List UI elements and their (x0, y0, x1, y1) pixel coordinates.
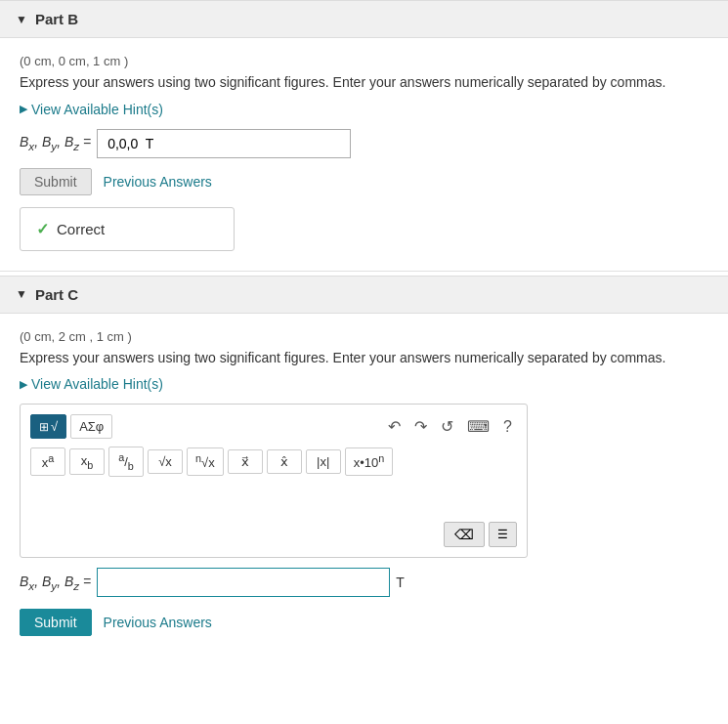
abs-button[interactable]: |x| (306, 449, 341, 474)
part-c-chevron-icon: ▼ (16, 287, 27, 301)
math-input-area[interactable] (32, 487, 515, 516)
part-c-coords: (0 cm, 2 cm , 1 cm ) (20, 329, 708, 344)
math-input-area-wrapper (30, 485, 517, 518)
math-text-button[interactable]: ΑΣφ (70, 414, 112, 439)
part-b-hint-label: View Available Hint(s) (31, 102, 163, 117)
math-mode-label: √ (51, 419, 58, 434)
part-c-instructions: Express your answers using two significa… (20, 350, 708, 365)
math-toolbar: ⊞ √ ΑΣφ ↶ ↷ ↺ ⌨ ? (30, 414, 517, 439)
keyboard-icon-button[interactable]: ⌨ (462, 415, 494, 438)
part-b-body: (0 cm, 0 cm, 1 cm ) Express your answers… (0, 38, 728, 267)
part-b-coords: (0 cm, 0 cm, 1 cm ) (20, 54, 708, 68)
part-c-header[interactable]: ▼ Part C (0, 276, 728, 314)
part-c-hint-arrow-icon: ▶ (20, 378, 27, 391)
sci-notation-button[interactable]: x•10n (345, 447, 394, 475)
hat-button[interactable]: x̂ (267, 449, 302, 474)
refresh-button[interactable]: ↺ (436, 415, 458, 438)
fraction-button[interactable]: a/b (108, 447, 144, 477)
part-c-prev-answers-link[interactable]: Previous Answers (104, 615, 212, 630)
part-b-correct-text: Correct (57, 221, 105, 237)
check-icon: ✓ (36, 220, 49, 238)
nthroot-button[interactable]: n√x (187, 447, 224, 475)
sqrt-button[interactable]: √x (148, 449, 183, 474)
matrix-icon: ⊞ (39, 420, 49, 434)
delete-button[interactable]: ⌫ (444, 522, 485, 547)
math-input-container: ⊞ √ ΑΣφ ↶ ↷ ↺ ⌨ ? xa xb a/b √x n√x x⃗ x̂… (20, 404, 528, 558)
part-b-btn-row: Submit Previous Answers (20, 168, 708, 195)
keyboard-toggle-button[interactable]: ☰ (489, 522, 517, 547)
part-b-title: Part B (35, 11, 78, 27)
part-b-chevron-icon: ▼ (16, 13, 27, 26)
part-b-prev-answers-link[interactable]: Previous Answers (104, 174, 212, 190)
math-mode-button[interactable]: ⊞ √ (30, 414, 66, 439)
part-b-answer-label: Bx, By, Bz = (20, 134, 91, 152)
help-button[interactable]: ? (498, 416, 517, 438)
part-b-answer-input[interactable] (97, 129, 351, 158)
part-b-correct-box: ✓ Correct (20, 207, 235, 251)
divider-bc (0, 271, 728, 272)
part-b-instructions: Express your answers using two significa… (20, 74, 708, 90)
part-c-answer-suffix: T (396, 575, 405, 590)
part-c-body: (0 cm, 2 cm , 1 cm ) Express your answer… (0, 314, 728, 663)
part-b-submit-button[interactable]: Submit (20, 168, 92, 195)
part-c-title: Part C (35, 286, 78, 303)
part-c-hint-label: View Available Hint(s) (31, 376, 163, 392)
vector-button[interactable]: x⃗ (228, 449, 263, 474)
part-b-header[interactable]: ▼ Part B (0, 0, 728, 38)
redo-button[interactable]: ↷ (409, 415, 432, 438)
math-symbols-row: xa xb a/b √x n√x x⃗ x̂ |x| x•10n (30, 447, 517, 477)
hint-arrow-icon: ▶ (20, 103, 27, 115)
subscript-button[interactable]: xb (69, 448, 105, 476)
part-c-hint-link[interactable]: ▶ View Available Hint(s) (20, 376, 163, 392)
math-right-btns: ⌫ ☰ (30, 522, 517, 547)
part-c-answer-label: Bx, By, Bz = (20, 574, 91, 592)
undo-button[interactable]: ↶ (383, 415, 406, 438)
part-b-hint-link[interactable]: ▶ View Available Hint(s) (20, 102, 163, 117)
part-c-answer-row: Bx, By, Bz = T (20, 568, 708, 597)
part-c-submit-button[interactable]: Submit (20, 609, 92, 636)
part-c-answer-input[interactable] (97, 568, 390, 597)
part-b-answer-row: Bx, By, Bz = (20, 129, 708, 158)
part-c-btn-row: Submit Previous Answers (20, 609, 708, 636)
superscript-button[interactable]: xa (30, 447, 65, 475)
